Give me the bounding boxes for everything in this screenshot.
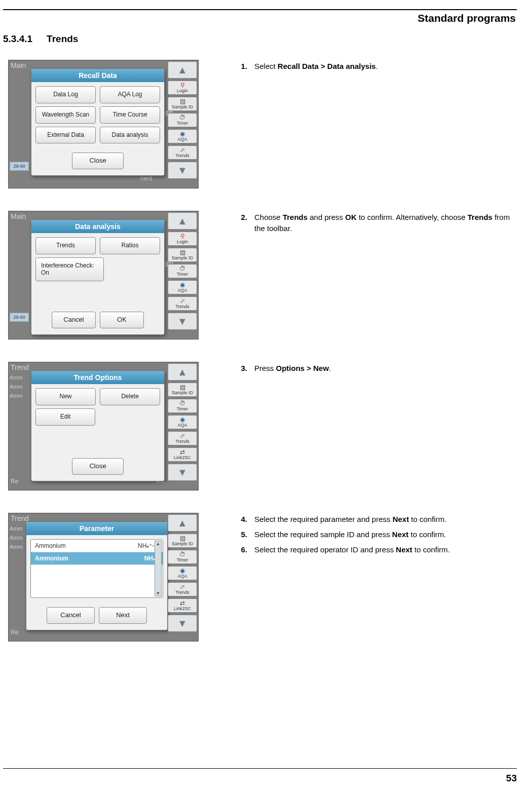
bg-date-strip: 29-00	[10, 313, 29, 322]
trends-toolbar-button[interactable]: ⬀Trends	[168, 145, 197, 160]
wavelength-scan-button[interactable]: Wavelength Scan	[35, 106, 96, 124]
parameter-list[interactable]: AmmoniumNH₄⁺-N AmmoniumNH₄⁺	[30, 539, 163, 598]
bg-trend-label: Trend	[11, 514, 29, 522]
cancel-button[interactable]: Cancel	[52, 312, 96, 328]
link2sc-button[interactable]: ⇄Link2SC	[168, 598, 197, 613]
bg-bottom-text: nent	[140, 175, 152, 182]
login-button[interactable]: ⚲Login	[168, 232, 197, 246]
bg-row: Amm	[10, 525, 23, 532]
link2sc-button[interactable]: ⇄Link2SC	[168, 447, 197, 462]
close-button[interactable]: Close	[72, 153, 124, 169]
dialog-title: Data analysis	[31, 220, 164, 233]
section-number: 5.3.4.1	[3, 33, 32, 45]
scroll-down-icon[interactable]: ▼	[168, 464, 197, 481]
bg-row: Amm	[10, 535, 23, 541]
scroll-down-icon[interactable]: ▼	[168, 615, 197, 632]
side-toolbar: ▲ ⚲Login ▤Sample ID ⏱Timer ◉AQA ⬀Trends …	[168, 61, 197, 187]
top-rule	[3, 9, 517, 10]
list-item[interactable]: AmmoniumNH₄⁺-N	[31, 540, 163, 552]
bg-row: Amm	[10, 384, 23, 390]
step-2: 2. Choose Trends and press OK to confirm…	[236, 212, 517, 234]
scroll-up-icon[interactable]: ▲	[168, 212, 197, 230]
step-5: 5. Select the required sample ID and pre…	[236, 529, 517, 540]
aqa-button[interactable]: ◉AQA	[168, 129, 197, 143]
edit-button[interactable]: Edit	[35, 408, 95, 426]
data-analysis-button[interactable]: Data analysis	[100, 127, 160, 144]
step-3: 3. Press Options > New.	[236, 363, 517, 374]
page-number: 53	[506, 773, 517, 784]
timer-button[interactable]: ⏱Timer	[168, 399, 197, 413]
bg-row: Amm	[10, 374, 23, 381]
bg-main-label: Main	[11, 212, 26, 220]
aqa-button[interactable]: ◉AQA	[168, 566, 197, 580]
sample-id-button[interactable]: ▤Sample ID	[168, 534, 197, 548]
screenshot-data-analysis: Main 29-00 gth nent Data analysis Trends…	[8, 211, 199, 340]
close-button[interactable]: Close	[72, 458, 124, 475]
trends-toolbar-button[interactable]: ⬀Trends	[168, 296, 197, 311]
bg-row: Amm	[10, 544, 23, 550]
bg-partial: Re	[11, 478, 18, 485]
ratios-button[interactable]: Ratios	[100, 237, 160, 254]
data-log-button[interactable]: Data Log	[35, 86, 96, 103]
step-4: 4. Select the required parameter and pre…	[236, 514, 517, 525]
screenshot-trend-options: Trend Amm Amm Amm > s 1 Re ect Trend Opt…	[8, 362, 199, 491]
interference-check-button[interactable]: Interference Check: On	[35, 257, 104, 282]
list-scrollbar[interactable]	[155, 541, 162, 596]
data-analysis-dialog: Data analysis Trends Ratios Interference…	[31, 219, 165, 335]
running-head: Standard programs	[3, 12, 517, 24]
external-data-button[interactable]: External Data	[35, 127, 96, 144]
side-toolbar: ▲ ▤Sample ID ⏱Timer ◉AQA ⬀Trends ⇄Link2S…	[168, 363, 197, 489]
step-1: 1. Select Recall Data > Data analysis.	[236, 61, 517, 72]
bg-main-label: Main	[11, 61, 26, 69]
sample-id-button[interactable]: ▤Sample ID	[168, 248, 197, 262]
step-6: 6. Select the required operator ID and p…	[236, 544, 517, 555]
dialog-title: Trend Options	[31, 371, 164, 384]
timer-button[interactable]: ⏱Timer	[168, 550, 197, 564]
section-title: Trends	[47, 33, 78, 45]
list-item-selected[interactable]: AmmoniumNH₄⁺	[31, 552, 163, 565]
trend-options-dialog: Trend Options New Delete Edit Close	[31, 370, 165, 481]
sample-id-button[interactable]: ▤Sample ID	[168, 383, 197, 397]
screenshot-parameter: Trend Amm Amm Amm s 1 Re Parameter Ammon…	[8, 513, 199, 642]
screenshot-recall-data: Main 29-00 gth nent Recall Data Data Log…	[8, 60, 199, 189]
timer-button[interactable]: ⏱Timer	[168, 113, 197, 127]
dialog-title: Recall Data	[31, 69, 164, 82]
side-toolbar: ▲ ▤Sample ID ⏱Timer ◉AQA ⬀Trends ⇄Link2S…	[168, 514, 197, 640]
bg-date-strip: 29-00	[10, 162, 29, 171]
trends-button[interactable]: Trends	[35, 237, 96, 254]
scroll-down-icon[interactable]: ▼	[168, 162, 197, 179]
ok-button[interactable]: OK	[100, 312, 144, 328]
trends-toolbar-button[interactable]: ⬀Trends	[168, 431, 197, 445]
section-heading: 5.3.4.1 Trends	[3, 33, 517, 45]
scroll-up-icon[interactable]: ▲	[168, 514, 197, 532]
scroll-down-icon[interactable]: ▼	[168, 313, 197, 330]
side-toolbar: ▲ ⚲Login ▤Sample ID ⏱Timer ◉AQA ⬀Trends …	[168, 212, 197, 338]
bottom-rule	[3, 768, 517, 769]
cancel-button[interactable]: Cancel	[47, 607, 95, 624]
login-button[interactable]: ⚲Login	[168, 81, 197, 95]
new-button[interactable]: New	[35, 388, 96, 405]
scroll-up-icon[interactable]: ▲	[168, 61, 197, 79]
aqa-button[interactable]: ◉AQA	[168, 415, 197, 429]
aqa-log-button[interactable]: AQA Log	[100, 86, 160, 103]
sample-id-button[interactable]: ▤Sample ID	[168, 97, 197, 111]
scroll-up-icon[interactable]: ▲	[168, 363, 197, 381]
bg-partial: Re	[11, 629, 18, 636]
time-course-button[interactable]: Time Course	[100, 106, 160, 124]
next-button[interactable]: Next	[99, 607, 147, 624]
trends-toolbar-button[interactable]: ⬀Trends	[168, 582, 197, 596]
bg-trend-label: Trend	[11, 363, 29, 371]
parameter-dialog: Parameter AmmoniumNH₄⁺-N AmmoniumNH₄⁺ Ca…	[26, 521, 168, 630]
aqa-button[interactable]: ◉AQA	[168, 280, 197, 294]
bg-row: Amm	[10, 393, 23, 399]
timer-button[interactable]: ⏱Timer	[168, 264, 197, 278]
dialog-title: Parameter	[26, 522, 167, 535]
delete-button[interactable]: Delete	[100, 388, 160, 405]
recall-data-dialog: Recall Data Data Log AQA Log Wavelength …	[31, 68, 165, 176]
